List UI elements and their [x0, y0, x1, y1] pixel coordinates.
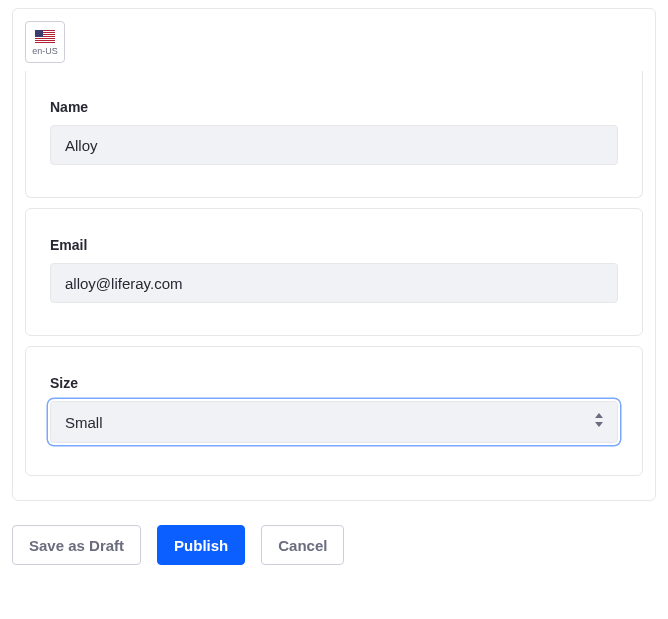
locale-selector-button[interactable]: en-US: [25, 21, 65, 63]
name-input[interactable]: [50, 125, 618, 165]
name-field-card: Name: [25, 71, 643, 198]
email-input[interactable]: [50, 263, 618, 303]
field-groups: Name Email Size Small: [25, 71, 643, 476]
svg-rect-5: [35, 39, 55, 40]
svg-rect-4: [35, 37, 55, 38]
size-label: Size: [50, 375, 618, 391]
cancel-button[interactable]: Cancel: [261, 525, 344, 565]
size-field-card: Size Small: [25, 346, 643, 476]
email-label: Email: [50, 237, 618, 253]
form-card: en-US Name Email Size Small: [12, 8, 656, 501]
email-field-card: Email: [25, 208, 643, 336]
action-button-row: Save as Draft Publish Cancel: [12, 525, 656, 565]
publish-button[interactable]: Publish: [157, 525, 245, 565]
save-as-draft-button[interactable]: Save as Draft: [12, 525, 141, 565]
name-label: Name: [50, 99, 618, 115]
size-select[interactable]: Small: [50, 401, 618, 443]
us-flag-icon: [35, 30, 55, 45]
svg-rect-6: [35, 41, 55, 42]
svg-rect-7: [35, 30, 43, 37]
locale-code-label: en-US: [32, 47, 58, 56]
size-select-wrap: Small: [50, 401, 618, 443]
